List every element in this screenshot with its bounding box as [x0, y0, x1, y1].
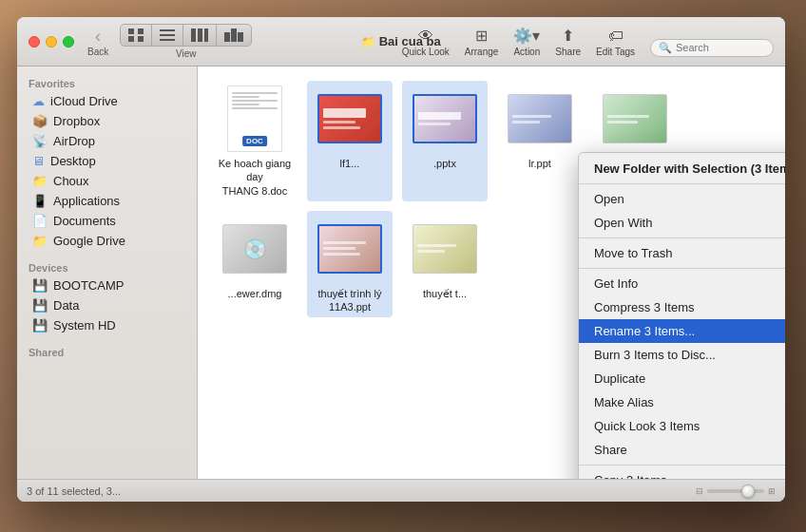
back-arrow-icon: ‹ [95, 27, 101, 47]
file-item-dmg[interactable]: 💿 ...ewer.dmg [212, 211, 297, 318]
cover-flow-button[interactable] [217, 25, 251, 46]
menu-share[interactable]: Share ▶ [579, 438, 785, 462]
column-view-button[interactable] [183, 25, 217, 46]
sidebar-item-applications[interactable]: 📱 Applications [21, 191, 193, 211]
svg-rect-2 [128, 36, 134, 42]
google-drive-icon: 📁 [32, 234, 48, 248]
file-item-doc[interactable]: DOC Ke hoach giang day THANG 8.doc [212, 81, 297, 201]
menu-burn[interactable]: Burn 3 Items to Disc... [579, 343, 785, 367]
menu-get-info[interactable]: Get Info [579, 272, 785, 295]
sidebar-item-google-drive[interactable]: 📁 Google Drive [21, 231, 193, 251]
sidebar-label-icloud: iCloud Drive [50, 94, 118, 108]
share-icon: ⬆ [562, 27, 574, 45]
doc-line-4 [232, 104, 259, 105]
svg-rect-6 [160, 39, 175, 41]
file-browser: DOC Ke hoach giang day THANG 8.doc [198, 66, 785, 479]
sidebar-label-dropbox: Dropbox [53, 114, 100, 128]
menu-get-info-label: Get Info [594, 276, 638, 291]
minimize-button[interactable] [46, 36, 57, 48]
slider-thumb[interactable] [741, 484, 755, 498]
menu-sep-3 [579, 268, 785, 269]
thuyet2-lines [413, 225, 476, 273]
sidebar-item-dropbox[interactable]: 📦 Dropbox [21, 111, 193, 131]
sidebar-item-icloud[interactable]: ☁ iCloud Drive [21, 91, 193, 111]
window-title: 📁 Bai cua ba [361, 34, 440, 48]
slider-track[interactable] [707, 489, 764, 493]
sidebar-item-documents[interactable]: 📄 Documents [21, 211, 193, 231]
menu-copy-label: Copy 3 Items [594, 473, 667, 479]
search-box[interactable]: 🔍 [650, 39, 774, 57]
thuyet2-icon [413, 224, 477, 274]
menu-compress[interactable]: Compress 3 Items [579, 295, 785, 319]
sidebar-label-choux: Choux [53, 174, 89, 188]
action-icon: ⚙️▾ [513, 27, 540, 45]
menu-compress-label: Compress 3 Items [594, 300, 694, 314]
search-area[interactable]: 🔍 [650, 39, 774, 57]
pptx-lines [414, 96, 475, 142]
menu-duplicate[interactable]: Duplicate [579, 367, 785, 390]
back-button[interactable]: ‹ Back [87, 27, 108, 57]
search-icon: 🔍 [659, 42, 672, 54]
arrange-button[interactable]: ⊞ Arrange [465, 27, 499, 57]
menu-move-trash-label: Move to Trash [594, 246, 672, 260]
menu-make-alias-label: Make Alias [594, 395, 654, 409]
status-bar: 3 of 11 selected, 3... ⊟ ⊞ [17, 479, 785, 502]
svg-rect-7 [191, 28, 196, 42]
status-slider[interactable]: ⊟ ⊞ [696, 486, 776, 496]
file-item-pptx[interactable]: .pptx [402, 81, 488, 201]
edit-tags-button[interactable]: 🏷 Edit Tags [596, 28, 635, 57]
svg-rect-5 [160, 34, 175, 36]
fullscreen-button[interactable] [63, 36, 74, 48]
lr2-line-2 [607, 121, 638, 124]
close-button[interactable] [29, 36, 40, 48]
menu-copy[interactable]: Copy 3 Items [579, 468, 785, 479]
menu-quick-look[interactable]: Quick Look 3 Items [579, 414, 785, 438]
lr-ppt-lines [509, 95, 571, 142]
menu-new-folder[interactable]: New Folder with Selection (3 Items) [579, 157, 785, 180]
ppt-icon-1 [317, 94, 382, 143]
search-input[interactable] [676, 42, 752, 53]
menu-move-trash[interactable]: Move to Trash [579, 241, 785, 265]
icon-view-button[interactable] [121, 25, 152, 46]
list-view-button[interactable] [152, 25, 183, 46]
sidebar-item-choux[interactable]: 📁 Choux [21, 171, 193, 191]
view-label: View [176, 48, 197, 59]
menu-open-with[interactable]: Open With ▶ [579, 211, 785, 235]
file-item-thuyet-trinh[interactable]: thuyết trình lý 11A3.ppt [307, 211, 393, 318]
sidebar-label-documents: Documents [53, 214, 116, 228]
share-button[interactable]: ⬆ Share [555, 27, 581, 57]
edit-tags-label: Edit Tags [596, 47, 635, 57]
menu-rename[interactable]: Rename 3 Items... [579, 319, 785, 343]
file-item-thuyet2[interactable]: thuyết t... [402, 211, 488, 318]
pptx-line-2 [418, 123, 451, 125]
file-thumb-lr2 [601, 85, 669, 153]
title-text: Bai cua ba [379, 34, 441, 48]
devices-header: Devices [17, 258, 197, 276]
sidebar-item-system-hd[interactable]: 💾 System HD [21, 315, 193, 335]
file-name-pptx: .pptx [433, 157, 456, 170]
sidebar-item-bootcamp[interactable]: 💾 BOOTCAMP [21, 276, 193, 295]
file-item-ppt-selected-1[interactable]: lf1... [307, 81, 393, 201]
menu-sep-1 [579, 183, 785, 184]
thuyet2-line-2 [417, 250, 445, 253]
sidebar-item-data[interactable]: 💾 Data [21, 295, 193, 315]
svg-rect-8 [198, 28, 202, 42]
sidebar-label-airdrop: AirDrop [53, 134, 95, 148]
sidebar-label-google-drive: Google Drive [53, 234, 125, 248]
context-menu: New Folder with Selection (3 Items) Open… [578, 152, 785, 479]
ppt-line-3 [323, 126, 360, 129]
sidebar-item-airdrop[interactable]: 📡 AirDrop [21, 131, 193, 151]
thuyet-line-1 [323, 241, 366, 244]
menu-new-folder-label: New Folder with Selection (3 Items) [594, 162, 785, 176]
menu-share-label: Share [594, 443, 627, 457]
thuyet-icon [317, 224, 382, 274]
sidebar-item-desktop[interactable]: 🖥 Desktop [21, 151, 193, 171]
action-button[interactable]: ⚙️▾ Action [513, 27, 540, 57]
menu-make-alias[interactable]: Make Alias [579, 390, 785, 414]
svg-rect-9 [204, 28, 208, 42]
file-name-ppt1: lf1... [340, 157, 360, 170]
menu-open[interactable]: Open [579, 187, 785, 211]
status-text: 3 of 11 selected, 3... [27, 485, 121, 497]
menu-sep-2 [579, 238, 785, 238]
file-item-lr-ppt[interactable]: lr.ppt [497, 81, 583, 201]
